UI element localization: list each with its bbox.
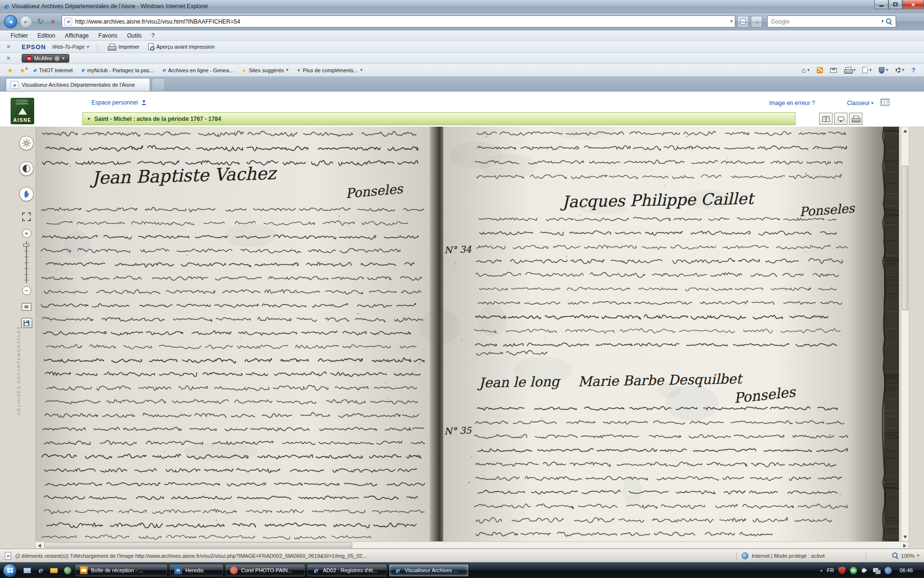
scroll-up-arrow[interactable] — [903, 130, 907, 132]
stop-button[interactable]: × — [47, 16, 59, 27]
print-image-button[interactable] — [849, 113, 862, 125]
zoom-out-button[interactable]: − — [22, 286, 31, 295]
status-separator — [866, 552, 866, 560]
scroll-right-arrow[interactable] — [903, 544, 906, 548]
act-headline: Marie Barbe Desquilbet — [578, 372, 742, 389]
update-tray-icon[interactable] — [885, 567, 892, 574]
scroll-left-arrow[interactable] — [38, 544, 41, 548]
print-button[interactable]: Imprimer — [103, 43, 143, 51]
chevron-down-icon — [286, 68, 289, 72]
zoom-slider-thumb[interactable] — [23, 244, 29, 247]
safety-menu-button[interactable] — [876, 66, 891, 75]
pan-tool-button[interactable] — [19, 187, 34, 201]
close-toolbar-button[interactable] — [5, 43, 12, 51]
compatibility-view-button[interactable] — [737, 16, 749, 27]
hidden-icons-chevron[interactable] — [819, 569, 822, 572]
espace-personnel-link[interactable]: Espace personnel — [91, 99, 147, 106]
quick-launch-explorer[interactable] — [48, 565, 60, 576]
fit-page-button[interactable] — [22, 303, 31, 311]
quick-launch-internet-explorer[interactable] — [35, 565, 46, 576]
printer-icon — [844, 67, 852, 73]
zoom-in-button[interactable]: + — [22, 229, 31, 238]
refresh-button[interactable]: ↻ — [35, 16, 46, 27]
classeur-grid-icon[interactable] — [881, 99, 889, 106]
addons-button[interactable]: Plus de compléments... — [293, 66, 367, 75]
annotation-button[interactable] — [834, 113, 847, 125]
image-error-link[interactable]: Image en erreur ? — [769, 100, 815, 106]
save-image-button[interactable] — [21, 318, 32, 328]
taskbar-button-label: Heredis — [185, 567, 204, 573]
minimize-button[interactable] — [874, 0, 888, 9]
favorite-thot[interactable]: THOT Internet — [29, 66, 77, 75]
print-preview-button[interactable]: Aperçu avant impression — [144, 42, 219, 51]
search-box[interactable]: Google — [767, 15, 896, 27]
print-button[interactable] — [841, 66, 859, 75]
favorite-mynclub[interactable]: myNclub - Partagez la pas... — [77, 66, 158, 75]
tools-menu-button[interactable] — [893, 66, 908, 74]
quick-launch-show-desktop[interactable] — [21, 565, 33, 576]
zoom-slider[interactable] — [23, 241, 30, 283]
read-mail-button[interactable] — [827, 66, 840, 74]
menu-favoris[interactable]: Favoris — [94, 31, 122, 40]
double-page-view-button[interactable] — [819, 113, 833, 125]
act-headline: Jacques Philippe Caillet — [562, 191, 754, 210]
taskbar-button-inbox[interactable]: Boîte de réception - ... — [75, 564, 167, 577]
web-to-page-menu[interactable]: Web-To-Page — [50, 43, 92, 51]
clock[interactable]: 06:46 — [896, 567, 916, 573]
close-toolbar-button[interactable] — [5, 55, 12, 62]
horizontal-scroll-thumb[interactable] — [44, 542, 352, 548]
horizontal-scrollbar[interactable] — [35, 541, 909, 549]
address-dropdown-icon[interactable] — [730, 19, 732, 24]
go-button[interactable]: → — [751, 16, 762, 27]
taskbar-button-heredis[interactable]: H Heredis — [169, 564, 223, 577]
new-tab-button[interactable] — [152, 78, 165, 91]
address-bar[interactable]: e http://www.archives.aisne.fr/visu2/vis… — [62, 15, 735, 27]
search-dropdown-icon[interactable] — [881, 19, 884, 24]
taskbar-button-visualiseur[interactable]: Visualiseur Archives ... — [389, 564, 469, 577]
vertical-scrollbar[interactable] — [901, 127, 909, 541]
taskbar-button-corel[interactable]: Corel PHOTO-PAIN... — [225, 564, 305, 577]
security-tray-icon[interactable] — [838, 567, 846, 574]
messenger-tray-icon[interactable]: m — [850, 567, 857, 574]
overview-tool-button[interactable] — [19, 136, 34, 150]
menu-aide[interactable]: ? — [147, 31, 160, 40]
start-button[interactable] — [3, 564, 17, 578]
save-icon — [23, 320, 30, 327]
classeur-menu[interactable]: Classeur — [847, 100, 873, 106]
contrast-tool-button[interactable] — [19, 161, 34, 176]
language-indicator[interactable]: FR — [827, 567, 834, 573]
menu-outils[interactable]: Outils — [122, 31, 147, 40]
add-favorite-button[interactable] — [16, 66, 29, 75]
menu-affichage[interactable]: Affichage — [60, 31, 94, 40]
page-menu-button[interactable] — [860, 66, 874, 75]
taskbar-button-ad02[interactable]: AD02 : Registres d'ét... — [307, 564, 387, 577]
favorites-button[interactable] — [4, 66, 16, 75]
url-text[interactable]: http://www.archives.aisne.fr/visu2/visu.… — [75, 18, 730, 25]
search-icon[interactable] — [886, 18, 892, 25]
favorite-label: THOT Internet — [39, 67, 73, 73]
network-icon[interactable] — [873, 567, 880, 574]
vertical-scroll-thumb[interactable] — [902, 166, 908, 310]
scroll-down-arrow[interactable] — [903, 536, 907, 539]
maximize-button[interactable] — [888, 0, 902, 9]
back-button[interactable]: ◄ — [4, 15, 17, 28]
close-button[interactable]: × — [902, 0, 924, 9]
mcafee-siteadvisor-button[interactable]: M McAfee ? — [22, 54, 69, 63]
quick-launch-media[interactable] — [62, 565, 73, 576]
menu-edition[interactable]: Edition — [33, 31, 60, 40]
suggested-sites-button[interactable]: Sites suggérés — [238, 66, 293, 75]
home-button[interactable] — [798, 65, 812, 75]
aisne-logo[interactable]: CONSEIL GÉNÉRAL AISNE — [11, 98, 34, 124]
web-to-page-label: Web-To-Page — [52, 44, 85, 50]
menu-fichier[interactable]: Fichier — [6, 31, 33, 40]
help-button[interactable] — [909, 65, 918, 75]
favorite-archives[interactable]: Archives en ligne - Genea... — [158, 66, 238, 75]
search-placeholder[interactable]: Google — [771, 18, 881, 25]
tab-active[interactable]: e Visualiseur Archives Départementales d… — [6, 78, 150, 91]
feeds-button[interactable] — [814, 66, 826, 75]
zoom-control[interactable]: 100% — [871, 552, 919, 559]
manuscript-viewer[interactable]: Jean Baptiste Vachez Ponseles Jacques Ph… — [35, 127, 899, 541]
forward-button[interactable]: ► — [20, 15, 32, 28]
volume-icon[interactable] — [861, 567, 869, 574]
selection-tool-button[interactable] — [22, 212, 31, 221]
